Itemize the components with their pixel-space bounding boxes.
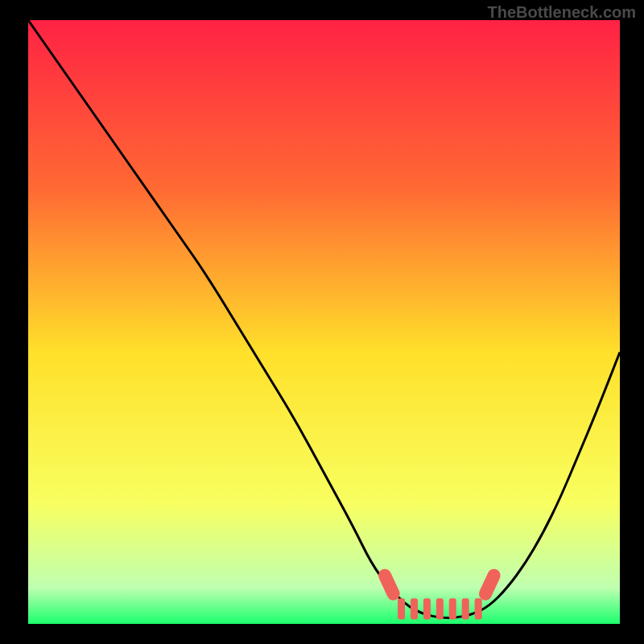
site-watermark: TheBottleneck.com [488,3,636,22]
bottom-band [398,598,405,619]
bottom-band [449,598,456,619]
bottom-band [475,598,482,619]
bottom-band [423,598,431,619]
gradient-background [28,20,620,624]
chart-container [28,20,620,624]
bottom-band [462,598,469,619]
bottleneck-chart [28,20,620,624]
bottom-band [436,598,444,619]
bottom-band [411,598,418,619]
